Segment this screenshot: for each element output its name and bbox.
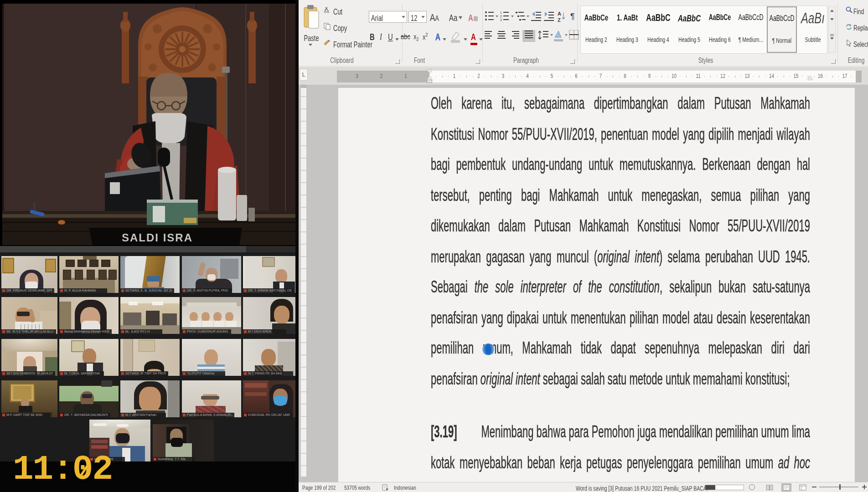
svg-text:3: 3 xyxy=(500,18,502,21)
svg-text:SALDI ISRA: SALDI ISRA xyxy=(122,231,193,244)
svg-text:Z: Z xyxy=(558,17,561,23)
svg-text:A: A xyxy=(558,11,561,16)
svg-text:2: 2 xyxy=(500,15,502,18)
svg-text:1: 1 xyxy=(500,11,502,14)
svg-text:¶: ¶ xyxy=(570,12,575,21)
